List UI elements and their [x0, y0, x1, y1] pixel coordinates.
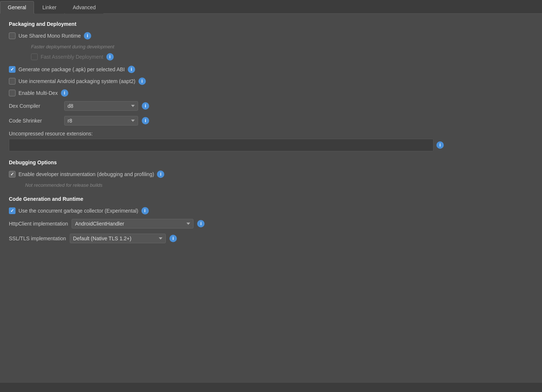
uncompressed-resources-label: Uncompressed resource extensions: [9, 131, 533, 137]
enable-dev-instrumentation-checkbox[interactable]: ✓ [9, 171, 16, 178]
use-shared-mono-checkbox[interactable] [9, 32, 16, 39]
generate-one-package-info-icon[interactable]: i [128, 66, 135, 73]
use-incremental-android-checkbox[interactable] [9, 78, 16, 85]
uncompressed-resources-input-row: i [9, 139, 533, 151]
uncompressed-resources-section: Uncompressed resource extensions: i [9, 131, 533, 151]
use-concurrent-gc-label: Use the concurrent garbage collector (Ex… [18, 208, 138, 214]
fast-assembly-deployment-label: Fast Assembly Deployment [41, 54, 103, 60]
enable-dev-instrumentation-checkmark: ✓ [10, 172, 14, 177]
generate-one-package-checkbox[interactable]: ✓ [9, 66, 16, 73]
use-concurrent-gc-checkmark: ✓ [10, 208, 14, 213]
tab-advanced[interactable]: Advanced [65, 1, 103, 14]
not-recommended-hint: Not recommended for release builds [25, 182, 533, 188]
dex-compiler-label: Dex Compiler [9, 103, 61, 109]
httpclient-impl-info-icon[interactable]: i [197, 220, 205, 227]
packaging-section: Packaging and Deployment Use Shared Mono… [9, 21, 533, 151]
use-shared-mono-label: Use Shared Mono Runtime [18, 33, 81, 39]
uncompressed-resources-info-icon[interactable]: i [436, 141, 444, 149]
debugging-section: Debugging Options ✓ Enable developer ins… [9, 159, 533, 188]
use-incremental-android-info-icon[interactable]: i [138, 78, 146, 85]
tabs-bar: General Linker Advanced [0, 0, 542, 14]
dex-compiler-row: Dex Compiler d8 i [9, 101, 533, 111]
ssltls-impl-info-icon[interactable]: i [169, 235, 177, 242]
enable-multi-dex-label: Enable Multi-Dex [18, 90, 58, 96]
enable-dev-instrumentation-info-icon[interactable]: i [157, 171, 164, 178]
httpclient-impl-dropdown[interactable]: AndroidClientHandler [72, 219, 193, 228]
debugging-section-title: Debugging Options [9, 159, 533, 165]
generate-one-package-label: Generate one package (.apk) per selected… [18, 66, 125, 72]
code-shrinker-value: r8 [68, 118, 129, 124]
code-shrinker-info-icon[interactable]: i [142, 117, 149, 124]
enable-multi-dex-row: Enable Multi-Dex i [9, 89, 533, 97]
httpclient-impl-value: AndroidClientHandler [75, 221, 184, 227]
code-shrinker-dropdown[interactable]: r8 [64, 116, 138, 125]
code-shrinker-row: Code Shrinker r8 i [9, 116, 533, 125]
dex-compiler-value: d8 [68, 103, 129, 109]
ssltls-impl-label: SSL/TLS implementation [9, 235, 66, 241]
generate-one-package-row: ✓ Generate one package (.apk) per select… [9, 66, 533, 73]
httpclient-impl-label: HttpClient implementation [9, 221, 68, 227]
uncompressed-resources-input[interactable] [9, 139, 433, 151]
ssltls-impl-arrow-icon [159, 237, 162, 240]
code-shrinker-label: Code Shrinker [9, 118, 61, 124]
fast-assembly-deployment-checkbox[interactable] [31, 54, 38, 60]
ssltls-impl-row: SSL/TLS implementation Default (Native T… [9, 234, 533, 243]
use-incremental-android-label: Use incremental Android packaging system… [18, 78, 136, 84]
use-incremental-android-row: Use incremental Android packaging system… [9, 78, 533, 85]
httpclient-impl-arrow-icon [186, 223, 190, 225]
tab-linker[interactable]: Linker [35, 1, 64, 14]
dex-compiler-info-icon[interactable]: i [142, 102, 149, 110]
enable-dev-instrumentation-row: ✓ Enable developer instrumentation (debu… [9, 171, 533, 178]
use-concurrent-gc-checkbox[interactable]: ✓ [9, 207, 16, 214]
tab-general[interactable]: General [0, 1, 34, 14]
use-concurrent-gc-row: ✓ Use the concurrent garbage collector (… [9, 207, 533, 214]
tab-content: Packaging and Deployment Use Shared Mono… [0, 14, 542, 383]
enable-multi-dex-checkbox[interactable] [9, 90, 16, 96]
code-generation-section: Code Generation and Runtime ✓ Use the co… [9, 196, 533, 243]
dex-compiler-arrow-icon [131, 105, 135, 107]
faster-deployment-hint: Faster deployment during development [31, 44, 533, 49]
fast-assembly-deployment-info-icon[interactable]: i [106, 53, 114, 61]
enable-dev-instrumentation-label: Enable developer instrumentation (debugg… [18, 171, 154, 177]
enable-multi-dex-info-icon[interactable]: i [61, 89, 68, 97]
settings-container: General Linker Advanced Packaging and De… [0, 0, 542, 383]
use-shared-mono-info-icon[interactable]: i [84, 32, 91, 39]
httpclient-impl-row: HttpClient implementation AndroidClientH… [9, 219, 533, 228]
ssltls-impl-value: Default (Native TLS 1.2+) [73, 235, 157, 241]
generate-one-package-checkmark: ✓ [10, 67, 14, 72]
code-generation-section-title: Code Generation and Runtime [9, 196, 533, 202]
use-concurrent-gc-info-icon[interactable]: i [141, 207, 149, 214]
ssltls-impl-dropdown[interactable]: Default (Native TLS 1.2+) [70, 234, 166, 243]
fast-assembly-deployment-row: Fast Assembly Deployment i [9, 53, 533, 61]
code-shrinker-arrow-icon [131, 120, 135, 122]
use-shared-mono-row: Use Shared Mono Runtime i [9, 32, 533, 39]
packaging-section-title: Packaging and Deployment [9, 21, 533, 27]
dex-compiler-dropdown[interactable]: d8 [64, 101, 138, 111]
